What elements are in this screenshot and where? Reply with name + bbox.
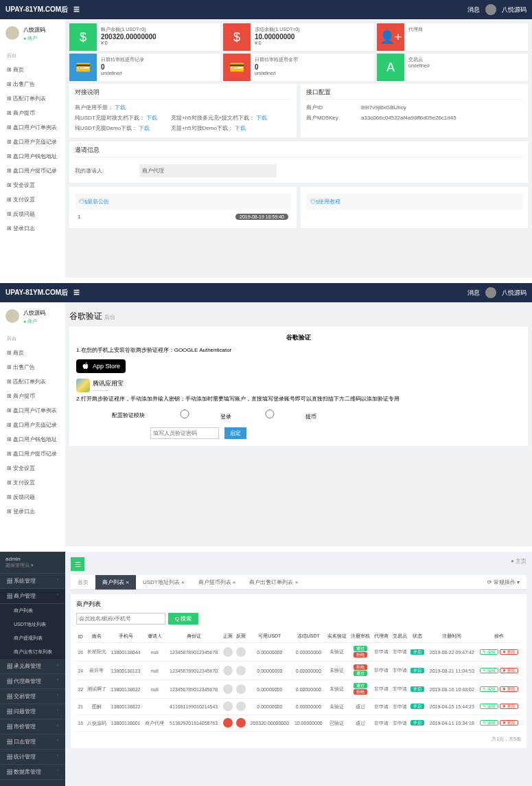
- delete-button[interactable]: ✖ 删除: [500, 649, 518, 655]
- admin-menu-item[interactable]: ▦ 问题管理›: [0, 704, 65, 719]
- download-link[interactable]: 下载: [146, 115, 157, 121]
- delete-button[interactable]: ✖ 删除: [500, 686, 518, 692]
- admin-menu-item[interactable]: ▦ 数据库管理›: [0, 765, 65, 780]
- menu-item[interactable]: ⊞ 盘口用户充值记录: [0, 135, 65, 149]
- avatar[interactable]: [485, 287, 496, 298]
- admin-menu-item[interactable]: ▦ 统计管理›: [0, 750, 65, 765]
- verify-input[interactable]: [150, 427, 219, 439]
- menu-item[interactable]: ⊞ 登录日志: [0, 504, 65, 519]
- stat-card[interactable]: $冻结余额(1 USDT=0)10.00000000¥:0: [223, 23, 374, 51]
- hamburger-icon[interactable]: ☰: [73, 289, 80, 296]
- menu-item[interactable]: ⊞ 匹配订单列表: [0, 374, 65, 389]
- face-back-icon[interactable]: [236, 701, 246, 711]
- menu-item[interactable]: ⊞ 反馈问题: [0, 207, 65, 221]
- download-link[interactable]: 下载: [115, 104, 126, 111]
- menu-item[interactable]: ⊞ 盘口用户订单例表: [0, 120, 65, 135]
- menu-item[interactable]: ⊞ 商户提币: [0, 389, 65, 403]
- admin-role[interactable]: 超级管理员 ▾: [5, 562, 60, 569]
- admin-menu-item[interactable]: ▦ 市价管理›: [0, 719, 65, 734]
- menu-item[interactable]: ⊞ 支付设置: [0, 475, 65, 490]
- search-button[interactable]: Q 搜索: [168, 613, 198, 625]
- face-front-icon[interactable]: [223, 647, 233, 657]
- radio-withdraw[interactable]: 提币: [235, 409, 316, 420]
- admin-menu-item[interactable]: ▦ 商户管理›: [0, 589, 65, 604]
- delete-button[interactable]: ✖ 删除: [500, 720, 518, 726]
- menu-toggle-button[interactable]: ☰: [71, 557, 84, 571]
- admin-submenu-item[interactable]: 商户提现列表: [0, 631, 65, 645]
- menu-item[interactable]: ⊞ 安全设置: [0, 178, 65, 192]
- face-front-icon[interactable]: [223, 666, 233, 675]
- menu-item[interactable]: ⊞ 出售广告: [0, 360, 65, 374]
- stat-card[interactable]: $账户余额(1 USDT=0)200320.00000000¥:0: [69, 23, 220, 51]
- face-back-icon[interactable]: [236, 647, 246, 657]
- download-link[interactable]: 下载: [256, 115, 267, 121]
- menu-item[interactable]: ⊞ 盘口用户提币记录: [0, 447, 65, 461]
- stat-card[interactable]: A交易员undefined: [377, 54, 528, 81]
- brand: UPAY-81YM.COM后: [5, 5, 68, 13]
- table-row: 26长星阳光13800138044null1234567890123456780…: [76, 643, 521, 662]
- menu-item[interactable]: ⊞ 出售广告: [0, 77, 65, 91]
- admin-menu-item[interactable]: ▦ 交易管理›: [0, 689, 65, 704]
- admin-menu-item[interactable]: ▦ 代理商管理›: [0, 674, 65, 689]
- card-title: 商户列表: [76, 600, 521, 609]
- face-front-icon[interactable]: [223, 718, 233, 728]
- main-content: $账户余额(1 USDT=0)200320.00000000¥:0$冻结余额(1…: [65, 19, 532, 278]
- menu-item[interactable]: ⊞ 盘口用户提币记录: [0, 164, 65, 178]
- menu-item[interactable]: ⊞ 安全设置: [0, 461, 65, 475]
- msg-link[interactable]: 消息: [467, 5, 480, 14]
- tab[interactable]: 商户列表 ×: [95, 575, 136, 590]
- submit-button[interactable]: 启定: [224, 427, 246, 439]
- face-back-icon[interactable]: [236, 718, 246, 728]
- menu-item[interactable]: ⊞ 匹配订单列表: [0, 91, 65, 106]
- admin-menu-item[interactable]: ▦ 系统管理›: [0, 574, 65, 589]
- stat-card[interactable]: 💳日前待审核提币金币0undefined: [223, 54, 374, 81]
- face-front-icon[interactable]: [223, 684, 233, 694]
- menu-item[interactable]: ⊞ 商页: [0, 346, 65, 360]
- user-name[interactable]: 八悦源码: [502, 5, 527, 14]
- step2: 2.打开两步验证程序，手动添加并输入密钥；手动添加时需要填写账户，直接填写登录账…: [76, 395, 521, 403]
- admin-submenu-item[interactable]: 商户列表: [0, 604, 65, 618]
- menu-item[interactable]: ⊞ 支付设置: [0, 192, 65, 207]
- download-link[interactable]: 下载: [139, 125, 150, 131]
- admin-menu-item[interactable]: ▦ 日志管理›: [0, 734, 65, 750]
- menu-item[interactable]: ⊞ 反馈问题: [0, 490, 65, 504]
- tencent-button[interactable]: 腾讯应用宝————: [76, 379, 521, 392]
- stat-icon: 💳: [223, 54, 251, 81]
- edit-button[interactable]: ✎ 编辑: [480, 720, 498, 726]
- face-back-icon[interactable]: [236, 666, 246, 675]
- tab[interactable]: 商户出售订单列表 ×: [242, 575, 305, 590]
- menu-item[interactable]: ⊞ 商页: [0, 63, 65, 77]
- admin-submenu-item[interactable]: USDT地址列表: [0, 618, 65, 631]
- menu-item[interactable]: ⊞ 盘口用户订单例表: [0, 403, 65, 418]
- admin-submenu-item[interactable]: 商户出售订单列表: [0, 645, 65, 659]
- appstore-button[interactable]: App Store: [76, 359, 126, 373]
- tab[interactable]: 商户提币列表 ×: [192, 575, 243, 590]
- download-link[interactable]: 下载: [235, 125, 246, 131]
- edit-button[interactable]: ✎ 编辑: [480, 649, 498, 655]
- tab-ops[interactable]: ⟳ 常规操作 ▾: [481, 575, 527, 590]
- hamburger-icon[interactable]: ☰: [73, 5, 80, 13]
- menu-item[interactable]: ⊞ 盘口用户充值记录: [0, 418, 65, 432]
- menu-item[interactable]: ⊞ 盘口用户钱包地址: [0, 432, 65, 447]
- docs-panel: 对接说明 商户使用手册： 下载纯USDT充提对接文档下载： 下载充提+h5对接多…: [69, 84, 297, 137]
- search-input[interactable]: [76, 613, 165, 625]
- edit-button[interactable]: ✎ 编辑: [480, 668, 498, 673]
- radio-login[interactable]: 登录: [150, 409, 231, 420]
- menu-item[interactable]: ⊞ 盘口用户钱包地址: [0, 149, 65, 164]
- tab[interactable]: 首页: [71, 575, 95, 590]
- tab[interactable]: USDT地址列表 ×: [136, 575, 192, 590]
- delete-button[interactable]: ✖ 删除: [500, 704, 518, 709]
- api-title: 接口配置: [306, 88, 522, 100]
- stat-card[interactable]: 👤+代理商: [377, 23, 528, 51]
- menu-item[interactable]: ⊞ 登录日志: [0, 221, 65, 236]
- delete-button[interactable]: ✖ 删除: [500, 668, 518, 673]
- stat-card[interactable]: 💳日前待审核提币记录0undefined: [69, 54, 220, 81]
- face-back-icon[interactable]: [236, 684, 246, 694]
- edit-button[interactable]: ✎ 编辑: [480, 704, 498, 709]
- edit-button[interactable]: ✎ 编辑: [480, 686, 498, 692]
- admin-menu-item[interactable]: ▦ 承兑商管理›: [0, 659, 65, 674]
- api-panel: 接口配置 商户IDB9I7v9jBxGBUhcy商户MD5Keya33c066c…: [301, 84, 528, 137]
- menu-item[interactable]: ⊞ 商户提币: [0, 106, 65, 120]
- avatar[interactable]: [485, 4, 496, 15]
- face-front-icon[interactable]: [223, 701, 233, 711]
